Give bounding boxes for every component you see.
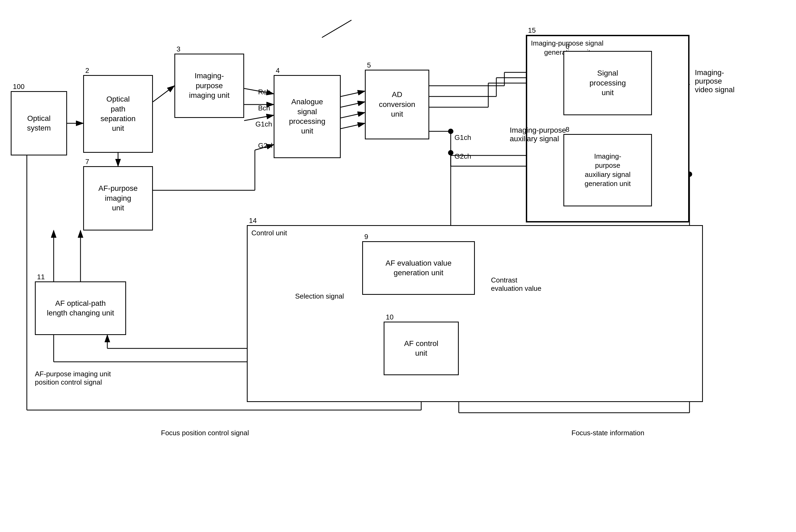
af-purpose-imaging-block: AF-purpose imaging unit	[83, 166, 153, 230]
g2ch-mid-label: G2ch	[454, 152, 471, 160]
imaging-purpose-imaging-block: Imaging- purpose imaging unit	[175, 54, 244, 118]
af-purpose-imaging-label: AF-purpose imaging unit	[98, 184, 138, 213]
imaging-purpose-video-label: Imaging-purposevideo signal	[695, 68, 735, 94]
num-6-label: 6	[565, 42, 569, 51]
imaging-purpose-imaging-label: Imaging- purpose imaging unit	[189, 71, 230, 100]
control-unit-outer-label: Control unit	[251, 229, 287, 238]
num-10-label: 10	[386, 313, 394, 321]
control-unit-outer-block: Control unit	[247, 225, 703, 402]
contrast-eval-label: Contrastevaluation value	[491, 276, 541, 293]
focus-pos-ctrl-label: Focus position control signal	[161, 429, 249, 437]
imaging-aux-signal-gen-label: Imaging- purpose auxiliary signal genera…	[584, 152, 631, 188]
af-purpose-pos-label: AF-purpose imaging unitposition control …	[35, 370, 111, 386]
signal-processing-block: Signal processing unit	[563, 51, 652, 115]
imaging-aux-signal-gen-block: Imaging- purpose auxiliary signal genera…	[563, 134, 652, 206]
optical-path-sep-block: Optical path separation unit	[83, 75, 153, 153]
optical-system-label: Optical system	[27, 114, 51, 133]
num-4-label: 4	[276, 66, 279, 75]
num-7-label: 7	[85, 157, 89, 166]
g2ch-label: G2ch	[258, 141, 275, 150]
svg-line-2	[322, 20, 351, 38]
af-eval-value-gen-block: AF evaluation value generation unit	[362, 241, 475, 295]
svg-line-14	[341, 113, 365, 118]
svg-line-12	[341, 91, 365, 96]
af-optical-path-label: AF optical-path length changing unit	[47, 299, 114, 318]
optical-path-sep-label: Optical path separation unit	[101, 94, 136, 133]
num-5-label: 5	[367, 61, 371, 70]
af-eval-value-gen-label: AF evaluation value generation unit	[385, 258, 452, 278]
num-11-label: 11	[37, 273, 45, 281]
bch-label: Bch	[258, 104, 270, 112]
g1ch-top-label: G1ch	[255, 120, 272, 128]
rch-label: Rch	[258, 88, 270, 96]
g1ch-mid-label: G1ch	[454, 133, 471, 142]
af-control-label: AF control unit	[404, 339, 438, 358]
ad-conversion-block: AD conversion unit	[365, 70, 429, 139]
selection-signal-label: Selection signal	[295, 292, 344, 301]
svg-line-15	[341, 123, 365, 129]
analogue-signal-proc-block: Analogue signal processing unit	[274, 75, 341, 158]
signal-processing-label: Signal processing unit	[590, 68, 626, 98]
num-15-label: 15	[528, 26, 536, 35]
focus-state-label: Focus-state information	[572, 429, 645, 437]
svg-point-51	[448, 129, 453, 134]
svg-line-8	[244, 115, 274, 120]
svg-line-4	[153, 86, 175, 102]
num-14-label: 14	[249, 216, 257, 225]
svg-point-52	[448, 150, 453, 155]
optical-system-block: Optical system	[11, 91, 67, 155]
af-optical-path-block: AF optical-path length changing unit	[35, 281, 126, 335]
num-9-label: 9	[364, 233, 368, 241]
ad-conversion-label: AD conversion unit	[379, 90, 415, 119]
num-8-label: 8	[565, 126, 569, 134]
analogue-signal-proc-label: Analogue signal processing unit	[289, 97, 325, 136]
num-3-label: 3	[177, 45, 180, 53]
num-1-label: 100	[13, 82, 24, 91]
svg-line-13	[341, 102, 365, 107]
imaging-purpose-aux-label: Imaging-purposeauxiliary signal	[510, 126, 566, 143]
num-2-label: 2	[85, 66, 89, 75]
af-control-block: AF control unit	[384, 322, 459, 375]
diagram: Optical system 100 Optical path separati…	[0, 0, 796, 532]
